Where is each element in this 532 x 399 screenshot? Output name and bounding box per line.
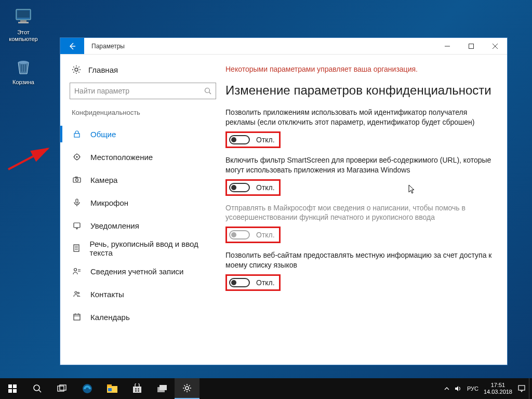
taskbar: РУС 17:51 14.03.2018 <box>0 378 532 399</box>
sidebar: Главная Найти параметр Конфиденциальност… <box>60 55 225 365</box>
svg-rect-61 <box>107 384 112 387</box>
maximize-button[interactable] <box>459 38 483 54</box>
location-icon <box>72 152 82 162</box>
setting-description: Включить фильтр SmartScreen для проверки… <box>225 155 494 175</box>
taskbar-app-edge[interactable] <box>75 378 100 399</box>
desktop-icon-this-pc[interactable]: Этот компьютер <box>4 6 43 43</box>
taskbar-app-explorer[interactable] <box>100 378 125 399</box>
time: 17:51 <box>484 382 512 389</box>
taskbar-app-settings[interactable] <box>175 378 200 399</box>
svg-rect-67 <box>138 390 139 392</box>
nav-item-camera[interactable]: Камера <box>60 168 225 191</box>
svg-point-55 <box>34 385 39 391</box>
nav-item-calendar[interactable]: Календарь <box>60 305 225 328</box>
desktop-icon-label: Этот компьютер <box>4 29 43 43</box>
svg-rect-2 <box>20 20 26 22</box>
management-notice: Некоторыми параметрами управляет ваша ор… <box>225 65 494 73</box>
nav-label: Местоположение <box>90 153 153 162</box>
show-desktop-button[interactable] <box>529 378 532 399</box>
nav-label: Общие <box>90 130 116 139</box>
page-title: Изменение параметров конфиденциальности <box>225 83 494 98</box>
toggle-switch[interactable] <box>229 183 250 192</box>
nav-label: Сведения учетной записи <box>90 267 184 276</box>
nav-label: Камера <box>90 176 117 184</box>
action-center-icon[interactable] <box>517 384 526 393</box>
svg-rect-1 <box>17 10 30 18</box>
nav-item-microphone[interactable]: Микрофон <box>60 191 225 214</box>
svg-point-46 <box>78 292 79 294</box>
close-button[interactable] <box>483 38 507 54</box>
svg-rect-64 <box>135 388 137 390</box>
cursor-icon <box>408 184 417 195</box>
pc-icon <box>13 6 34 27</box>
toggle-switch[interactable] <box>229 135 250 144</box>
taskbar-app-store[interactable] <box>125 378 150 399</box>
setting-advertising-id: Позволить приложениям использовать мой и… <box>225 108 494 148</box>
svg-point-70 <box>185 387 189 390</box>
microphone-icon <box>72 197 82 208</box>
svg-line-78 <box>189 385 190 387</box>
main-content: Некоторыми параметрами управляет ваша ор… <box>225 55 507 365</box>
svg-line-76 <box>189 390 190 391</box>
svg-rect-62 <box>108 388 112 391</box>
svg-rect-3 <box>18 22 29 23</box>
toggle-switch[interactable] <box>229 278 250 287</box>
svg-line-22 <box>78 66 79 67</box>
svg-point-14 <box>75 68 78 71</box>
nav-item-account[interactable]: Сведения учетной записи <box>60 260 225 283</box>
svg-rect-35 <box>76 199 78 203</box>
recycle-bin-icon <box>13 56 34 77</box>
nav-item-contacts[interactable]: Контакты <box>60 283 225 305</box>
gear-icon <box>72 65 81 74</box>
taskbar-app-generic[interactable] <box>150 378 175 399</box>
svg-rect-53 <box>8 389 12 393</box>
titlebar: Параметры <box>60 38 507 55</box>
calendar-icon <box>72 312 82 322</box>
minimize-button[interactable] <box>435 38 459 54</box>
search-button[interactable] <box>25 378 50 399</box>
toggle-state-label: Откл. <box>256 231 275 239</box>
annotation-arrow <box>7 145 54 171</box>
svg-rect-6 <box>23 64 24 72</box>
svg-rect-7 <box>25 64 26 72</box>
nav-item-speech[interactable]: Речь, рукописный ввод и ввод текста <box>60 237 225 260</box>
svg-point-27 <box>76 156 78 158</box>
desktop-icon-recycle-bin[interactable]: Корзина <box>4 56 43 86</box>
start-button[interactable] <box>0 378 25 399</box>
camera-icon <box>72 175 82 185</box>
task-view-button[interactable] <box>50 378 75 399</box>
system-tray: РУС 17:51 14.03.2018 <box>441 378 529 399</box>
svg-line-24 <box>209 92 211 95</box>
svg-line-75 <box>184 385 185 387</box>
search-icon <box>204 87 211 95</box>
svg-rect-47 <box>74 314 80 320</box>
volume-icon[interactable] <box>455 385 462 392</box>
svg-rect-37 <box>74 223 80 228</box>
search-input[interactable]: Найти параметр <box>70 83 216 99</box>
svg-rect-69 <box>159 385 167 390</box>
lock-icon <box>72 129 82 139</box>
nav-item-general[interactable]: Общие <box>60 123 225 145</box>
language-indicator[interactable]: РУС <box>467 385 478 392</box>
svg-point-45 <box>75 291 77 294</box>
back-button[interactable] <box>60 38 84 54</box>
nav-item-location[interactable]: Местоположение <box>60 145 225 168</box>
svg-line-19 <box>73 66 74 67</box>
tray-chevron-up-icon[interactable] <box>444 386 449 391</box>
toggle-switch <box>229 230 250 240</box>
svg-point-42 <box>74 269 77 271</box>
search-placeholder: Найти параметр <box>74 87 204 95</box>
toggle-state-label: Откл. <box>256 183 275 192</box>
annotation-highlight: Откл. <box>225 227 281 243</box>
svg-point-23 <box>205 88 210 93</box>
nav-label: Микрофон <box>90 198 128 207</box>
clock[interactable]: 17:51 14.03.2018 <box>484 382 512 395</box>
svg-rect-32 <box>73 178 81 182</box>
nav-item-notifications[interactable]: Уведомления <box>60 214 225 237</box>
settings-window: Параметры Главная Найти параметр Конфиде… <box>60 37 508 365</box>
setting-typing-data: Отправлять в Майкрософт мои сведения о н… <box>225 203 494 244</box>
toggle-state-label: Откл. <box>256 136 275 144</box>
notifications-icon <box>72 220 82 231</box>
home-link[interactable]: Главная <box>60 65 225 83</box>
contacts-icon <box>72 289 82 299</box>
